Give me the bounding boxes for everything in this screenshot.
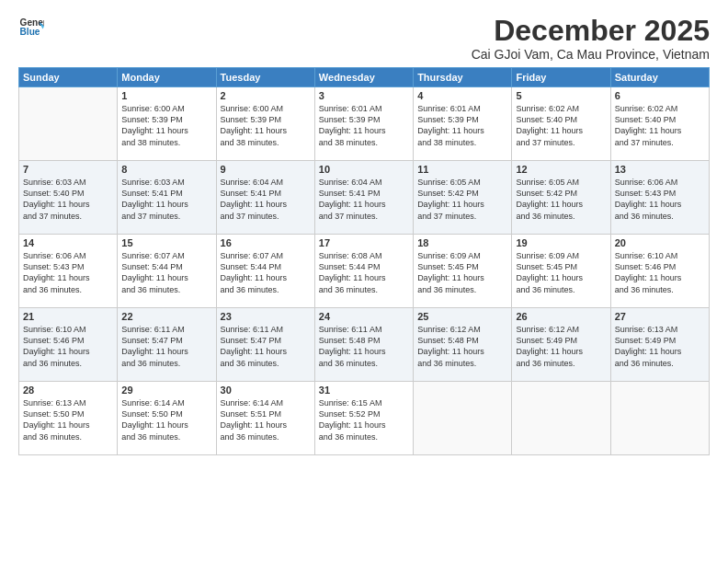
day-info: Sunrise: 6:13 AMSunset: 5:50 PMDaylight:… <box>23 397 113 442</box>
day-number: 3 <box>319 90 409 101</box>
table-row: 10Sunrise: 6:04 AMSunset: 5:41 PMDayligh… <box>314 161 413 235</box>
day-number: 28 <box>23 385 113 396</box>
day-number: 31 <box>319 385 409 396</box>
table-row: 20Sunrise: 6:10 AMSunset: 5:46 PMDayligh… <box>610 235 709 308</box>
day-info: Sunrise: 6:10 AMSunset: 5:46 PMDaylight:… <box>23 324 113 369</box>
day-number: 21 <box>23 311 113 322</box>
day-info: Sunrise: 6:14 AMSunset: 5:51 PMDaylight:… <box>221 397 311 442</box>
day-info: Sunrise: 6:04 AMSunset: 5:41 PMDaylight:… <box>319 177 409 222</box>
day-info: Sunrise: 6:05 AMSunset: 5:42 PMDaylight:… <box>417 177 507 222</box>
table-row: 3Sunrise: 6:01 AMSunset: 5:39 PMDaylight… <box>314 87 413 161</box>
table-row: 12Sunrise: 6:05 AMSunset: 5:42 PMDayligh… <box>512 161 610 235</box>
svg-text:Blue: Blue <box>20 27 40 37</box>
day-info: Sunrise: 6:04 AMSunset: 5:41 PMDaylight:… <box>221 177 311 222</box>
table-row: 11Sunrise: 6:05 AMSunset: 5:42 PMDayligh… <box>414 161 512 235</box>
day-info: Sunrise: 6:14 AMSunset: 5:50 PMDaylight:… <box>121 397 211 442</box>
day-number: 15 <box>121 237 211 248</box>
col-thursday: Thursday <box>414 68 512 87</box>
table-row: 30Sunrise: 6:14 AMSunset: 5:51 PMDayligh… <box>216 382 314 455</box>
col-tuesday: Tuesday <box>216 68 314 87</box>
day-number: 24 <box>319 311 409 322</box>
col-friday: Friday <box>512 68 610 87</box>
table-row: 27Sunrise: 6:13 AMSunset: 5:49 PMDayligh… <box>610 308 709 382</box>
calendar-header-row: Sunday Monday Tuesday Wednesday Thursday… <box>19 68 710 87</box>
table-row: 31Sunrise: 6:15 AMSunset: 5:52 PMDayligh… <box>314 382 413 455</box>
table-row: 25Sunrise: 6:12 AMSunset: 5:48 PMDayligh… <box>414 308 512 382</box>
day-number: 13 <box>615 164 705 175</box>
table-row: 29Sunrise: 6:14 AMSunset: 5:50 PMDayligh… <box>118 382 216 455</box>
table-row: 24Sunrise: 6:11 AMSunset: 5:48 PMDayligh… <box>314 308 413 382</box>
day-info: Sunrise: 6:01 AMSunset: 5:39 PMDaylight:… <box>417 103 507 148</box>
day-info: Sunrise: 6:06 AMSunset: 5:43 PMDaylight:… <box>23 250 113 295</box>
day-info: Sunrise: 6:02 AMSunset: 5:40 PMDaylight:… <box>615 103 705 148</box>
day-number: 29 <box>121 385 211 396</box>
table-row: 5Sunrise: 6:02 AMSunset: 5:40 PMDaylight… <box>512 87 610 161</box>
calendar-week-row: 7Sunrise: 6:03 AMSunset: 5:40 PMDaylight… <box>19 161 710 235</box>
page-header: General Blue December 2025 Cai GJoi Vam,… <box>18 15 710 62</box>
col-monday: Monday <box>118 68 216 87</box>
day-number: 8 <box>121 164 211 175</box>
table-row: 21Sunrise: 6:10 AMSunset: 5:46 PMDayligh… <box>19 308 118 382</box>
day-number: 23 <box>221 311 311 322</box>
day-info: Sunrise: 6:02 AMSunset: 5:40 PMDaylight:… <box>516 103 606 148</box>
day-info: Sunrise: 6:13 AMSunset: 5:49 PMDaylight:… <box>615 324 705 369</box>
calendar-page: General Blue December 2025 Cai GJoi Vam,… <box>0 0 728 563</box>
calendar-week-row: 1Sunrise: 6:00 AMSunset: 5:39 PMDaylight… <box>19 87 710 161</box>
day-number: 30 <box>221 385 311 396</box>
day-number: 9 <box>221 164 311 175</box>
table-row: 13Sunrise: 6:06 AMSunset: 5:43 PMDayligh… <box>610 161 709 235</box>
day-info: Sunrise: 6:00 AMSunset: 5:39 PMDaylight:… <box>121 103 211 148</box>
day-number: 1 <box>121 90 211 101</box>
day-number: 4 <box>417 90 507 101</box>
col-sunday: Sunday <box>19 68 118 87</box>
table-row: 4Sunrise: 6:01 AMSunset: 5:39 PMDaylight… <box>414 87 512 161</box>
day-info: Sunrise: 6:07 AMSunset: 5:44 PMDaylight:… <box>221 250 311 295</box>
table-row: 15Sunrise: 6:07 AMSunset: 5:44 PMDayligh… <box>118 235 216 308</box>
day-info: Sunrise: 6:06 AMSunset: 5:43 PMDaylight:… <box>615 177 705 222</box>
logo-icon: General Blue <box>18 15 44 40</box>
day-info: Sunrise: 6:11 AMSunset: 5:47 PMDaylight:… <box>121 324 211 369</box>
day-number: 14 <box>23 237 113 248</box>
day-info: Sunrise: 6:12 AMSunset: 5:48 PMDaylight:… <box>417 324 507 369</box>
day-info: Sunrise: 6:10 AMSunset: 5:46 PMDaylight:… <box>615 250 705 295</box>
day-number: 7 <box>23 164 113 175</box>
day-number: 27 <box>615 311 705 322</box>
day-info: Sunrise: 6:09 AMSunset: 5:45 PMDaylight:… <box>417 250 507 295</box>
table-row <box>414 382 512 455</box>
table-row: 18Sunrise: 6:09 AMSunset: 5:45 PMDayligh… <box>414 235 512 308</box>
calendar-table: Sunday Monday Tuesday Wednesday Thursday… <box>18 67 710 455</box>
day-number: 2 <box>221 90 311 101</box>
day-info: Sunrise: 6:11 AMSunset: 5:47 PMDaylight:… <box>221 324 311 369</box>
col-wednesday: Wednesday <box>314 68 413 87</box>
day-number: 6 <box>615 90 705 101</box>
table-row: 22Sunrise: 6:11 AMSunset: 5:47 PMDayligh… <box>118 308 216 382</box>
col-saturday: Saturday <box>610 68 709 87</box>
table-row: 28Sunrise: 6:13 AMSunset: 5:50 PMDayligh… <box>19 382 118 455</box>
day-info: Sunrise: 6:09 AMSunset: 5:45 PMDaylight:… <box>516 250 606 295</box>
logo: General Blue <box>18 15 44 40</box>
table-row: 17Sunrise: 6:08 AMSunset: 5:44 PMDayligh… <box>314 235 413 308</box>
day-info: Sunrise: 6:03 AMSunset: 5:41 PMDaylight:… <box>121 177 211 222</box>
day-info: Sunrise: 6:08 AMSunset: 5:44 PMDaylight:… <box>319 250 409 295</box>
table-row: 2Sunrise: 6:00 AMSunset: 5:39 PMDaylight… <box>216 87 314 161</box>
day-info: Sunrise: 6:07 AMSunset: 5:44 PMDaylight:… <box>121 250 211 295</box>
day-info: Sunrise: 6:05 AMSunset: 5:42 PMDaylight:… <box>516 177 606 222</box>
day-number: 20 <box>615 237 705 248</box>
day-info: Sunrise: 6:03 AMSunset: 5:40 PMDaylight:… <box>23 177 113 222</box>
day-number: 26 <box>516 311 606 322</box>
day-info: Sunrise: 6:00 AMSunset: 5:39 PMDaylight:… <box>221 103 311 148</box>
day-number: 16 <box>221 237 311 248</box>
day-info: Sunrise: 6:11 AMSunset: 5:48 PMDaylight:… <box>319 324 409 369</box>
title-section: December 2025 Cai GJoi Vam, Ca Mau Provi… <box>472 15 710 62</box>
table-row: 23Sunrise: 6:11 AMSunset: 5:47 PMDayligh… <box>216 308 314 382</box>
day-number: 25 <box>417 311 507 322</box>
calendar-week-row: 21Sunrise: 6:10 AMSunset: 5:46 PMDayligh… <box>19 308 710 382</box>
day-number: 17 <box>319 237 409 248</box>
calendar-week-row: 28Sunrise: 6:13 AMSunset: 5:50 PMDayligh… <box>19 382 710 455</box>
table-row: 26Sunrise: 6:12 AMSunset: 5:49 PMDayligh… <box>512 308 610 382</box>
day-info: Sunrise: 6:15 AMSunset: 5:52 PMDaylight:… <box>319 397 409 442</box>
day-number: 5 <box>516 90 606 101</box>
day-number: 11 <box>417 164 507 175</box>
day-info: Sunrise: 6:01 AMSunset: 5:39 PMDaylight:… <box>319 103 409 148</box>
table-row <box>610 382 709 455</box>
